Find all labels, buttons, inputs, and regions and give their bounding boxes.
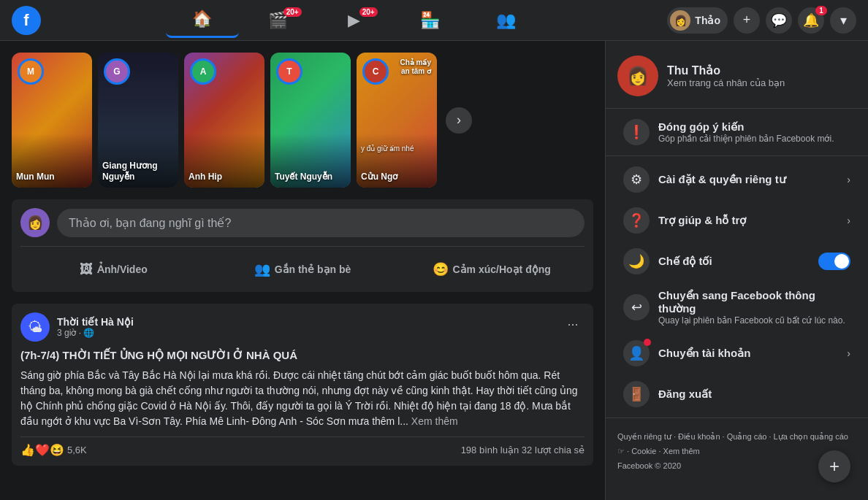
stories-next-button[interactable]: › — [446, 107, 472, 134]
post-user-name: Thời tiết Hà Nội — [57, 316, 134, 328]
tag-label: Gắn thẻ bạn bè — [275, 264, 351, 275]
topnav-center: 🏠 🎬 20+ ▶ 20+ 🏪 👥 — [41, 3, 667, 38]
menu-settings[interactable]: ⚙ Cài đặt & quyền riêng tư › — [612, 159, 862, 200]
story-name-mun-mun: Mun Mun — [16, 172, 88, 182]
nav-video[interactable]: 🎬 20+ — [242, 3, 315, 38]
menu-text-darkmode: Chế độ tối — [658, 255, 712, 268]
reaction-icons: 👍 ❤️ 😆 — [20, 443, 64, 457]
footer-more[interactable]: Xem thêm — [663, 447, 700, 455]
notifications-button[interactable]: 🔔 1 — [798, 7, 824, 34]
reactions: 👍 ❤️ 😆 5,6K — [20, 443, 87, 457]
profile-name: Thu Thảo — [667, 64, 785, 77]
tag-friends-button[interactable]: 👥 Gắn thẻ bạn bè — [210, 255, 396, 283]
photo-icon: 🖼 — [80, 262, 93, 277]
video-badge: 20+ — [283, 7, 302, 17]
footer-copyright: Facebook © 2020 — [617, 461, 681, 470]
post-box: 👩 Thảo ơi, bạn đang nghĩ gì thế? 🖼 Ảnh/V… — [12, 199, 593, 292]
bell-icon: 🔔 — [803, 12, 819, 28]
arrow-right-icon: › — [457, 112, 461, 128]
feeling-button[interactable]: 😊 Cảm xúc/Hoạt động — [398, 255, 585, 283]
menu-text-feedback: Đóng góp ý kiến Góp phần cải thiện phiên… — [658, 120, 834, 144]
post-input[interactable]: Thảo ơi, bạn đang nghĩ gì thế? — [57, 209, 585, 237]
story-name-tuyet: Tuyết Nguyễn — [275, 172, 346, 182]
menu-feedback[interactable]: ❗ Đóng góp ý kiến Góp phần cải thiện phi… — [612, 112, 862, 153]
story-name-giang: Giang Hương Nguyễn — [102, 161, 174, 182]
story-tuyet-nguyen[interactable]: T Tuyết Nguyễn — [270, 53, 351, 188]
menu-text-help: Trợ giúp & hỗ trợ — [658, 214, 746, 227]
reaction-count: 5,6K — [67, 445, 87, 455]
story-mun-mun[interactable]: M Mun Mun — [12, 53, 92, 188]
store-icon: 🏪 — [420, 11, 440, 30]
footer-terms[interactable]: Điều khoản — [678, 432, 720, 441]
menu-switch-normal[interactable]: ↩ Chuyển sang Facebook thông thường Quay… — [612, 282, 862, 333]
right-panel: 👩 Thu Thảo Xem trang cá nhân của bạn ❗ Đ… — [605, 41, 868, 500]
people-icon: 👥 — [496, 11, 516, 30]
account-icon: 👤 — [623, 340, 650, 366]
menu-switch-account[interactable]: 👤 Chuyển tài khoản › — [612, 333, 862, 374]
see-more-button[interactable]: Xem thêm — [411, 415, 458, 427]
post-time: 3 giờ · 🌐 — [57, 328, 134, 338]
post-footer: 👍 ❤️ 😆 5,6K 198 bình luận 32 lượt chia s… — [20, 436, 585, 457]
nav-store[interactable]: 🏪 — [394, 3, 467, 38]
menu-text-settings: Cài đặt & quyền riêng tư — [658, 173, 786, 186]
menu-darkmode[interactable]: 🌙 Chế độ tối — [612, 241, 862, 282]
divider-footer — [606, 418, 868, 418]
topnav: f 🏠 🎬 20+ ▶ 20+ 🏪 👥 👩 Thảo — [0, 0, 868, 41]
story-giang-huong[interactable]: G Giang Hương Nguyễn — [98, 53, 178, 188]
nav-home[interactable]: 🏠 — [166, 3, 239, 38]
menu-logout[interactable]: 🚪 Đăng xuất — [612, 374, 862, 415]
haha-icon: 😆 — [50, 443, 64, 457]
post-body: Sáng giờ phía Bắc và Tây Bắc Hà Nội lại … — [20, 368, 585, 429]
story-cuu-ngo[interactable]: C Chả mấyan tâm ơ y đủ giữ ấm nhé Cửu Ng… — [357, 53, 437, 188]
plus-fab-icon: + — [829, 456, 840, 477]
post-header: 🌤 Thời tiết Hà Nội 3 giờ · 🌐 ··· — [20, 312, 585, 342]
divider-1 — [606, 108, 868, 109]
darkmode-toggle[interactable] — [818, 253, 850, 270]
story-anh-hip[interactable]: A Anh Hip — [184, 53, 264, 188]
post-stats: 198 bình luận 32 lượt chia sẻ — [461, 445, 585, 455]
main-layout: M Mun Mun G Giang Hương Nguyễn A Anh Hip… — [0, 41, 868, 500]
feeling-icon: 😊 — [433, 261, 449, 277]
nav-play[interactable]: ▶ 20+ — [318, 3, 391, 38]
nav-people[interactable]: 👥 — [470, 3, 543, 38]
footer-privacy[interactable]: Quyền riêng tư — [617, 432, 671, 441]
story-name-anh: Anh Hip — [189, 172, 260, 182]
story-avatar-cuu: C — [362, 58, 389, 85]
post-user-avatar: 🌤 — [20, 312, 50, 342]
stories-row: M Mun Mun G Giang Hương Nguyễn A Anh Hip… — [12, 53, 593, 188]
menu-text-logout: Đăng xuất — [658, 388, 712, 401]
help-arrow-icon: › — [847, 215, 850, 226]
notification-badge: 1 — [815, 6, 827, 15]
story-overlay-text: Chả mấyan tâm ơ — [400, 58, 431, 76]
like-icon: 👍 — [20, 443, 35, 457]
photo-label: Ảnh/Video — [97, 264, 148, 275]
logout-icon: 🚪 — [623, 381, 650, 407]
settings-arrow-icon: › — [847, 174, 850, 185]
profile-sub: Xem trang cá nhân của bạn — [667, 77, 785, 88]
story-avatar-tuyet: T — [276, 58, 302, 85]
play-icon: ▶ — [348, 11, 360, 30]
divider-2 — [606, 155, 868, 156]
feeling-label: Cảm xúc/Hoạt động — [453, 264, 551, 275]
comment-count[interactable]: 198 bình luận — [461, 445, 519, 455]
topnav-right: 👩 Thảo + 💬 🔔 1 ▾ — [667, 7, 856, 34]
chevron-down-icon: ▾ — [840, 12, 847, 28]
messenger-button[interactable]: 💬 — [766, 7, 792, 34]
user-avatar-small: 👩 — [670, 10, 690, 31]
photo-video-button[interactable]: 🖼 Ảnh/Video — [20, 255, 207, 283]
add-button[interactable]: + — [734, 7, 760, 34]
feedback-icon: ❗ — [623, 119, 650, 145]
profile-info: Thu Thảo Xem trang cá nhân của bạn — [667, 64, 785, 88]
profile-section[interactable]: 👩 Thu Thảo Xem trang cá nhân của bạn — [606, 47, 868, 105]
fab-button[interactable]: + — [818, 450, 850, 482]
footer-ads[interactable]: Quảng cáo — [727, 432, 767, 441]
user-menu-button[interactable]: 👩 Thảo — [667, 7, 728, 34]
settings-icon: ⚙ — [623, 166, 650, 193]
menu-help[interactable]: ❓ Trợ giúp & hỗ trợ › — [612, 200, 862, 241]
footer-cookie[interactable]: Cookie — [631, 447, 656, 455]
share-count[interactable]: 32 lượt chia sẻ — [522, 445, 585, 455]
post-more-button[interactable]: ··· — [561, 312, 585, 336]
dropdown-button[interactable]: ▾ — [830, 7, 856, 34]
post-input-row: 👩 Thảo ơi, bạn đang nghĩ gì thế? — [20, 208, 585, 237]
menu-text-switch: Chuyển sang Facebook thông thường Quay l… — [658, 289, 850, 326]
